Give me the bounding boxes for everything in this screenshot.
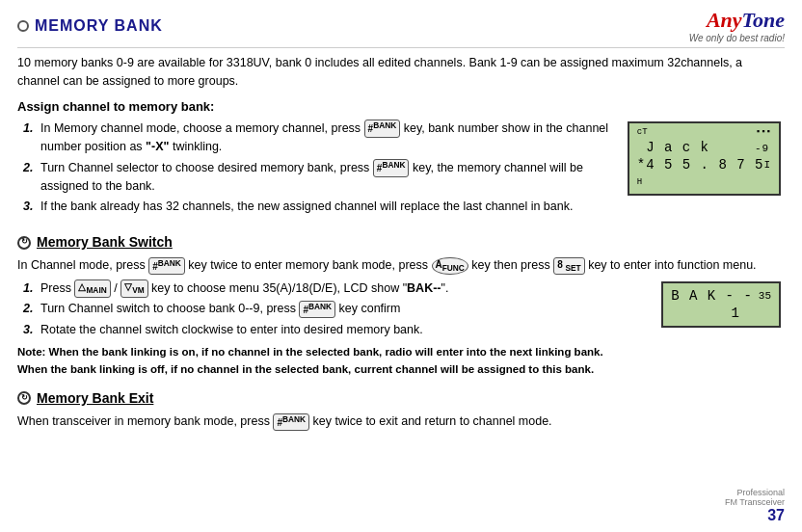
assign-title: Assign channel to memory bank: bbox=[17, 97, 785, 117]
switch-lcd-row2: 1 bbox=[671, 305, 771, 322]
exit-text2: key twice to exit and return to channel … bbox=[313, 414, 552, 428]
assign-text-col: 1. In Memory channel mode, choose a memo… bbox=[17, 120, 620, 219]
lcd-h: H bbox=[637, 177, 642, 187]
logo-tone: Tone bbox=[742, 8, 785, 32]
switch-num-3: 3. bbox=[23, 321, 37, 339]
assign-item-1: 1. In Memory channel mode, choose a memo… bbox=[17, 120, 620, 157]
exit-header: ↻ Memory Bank Exit bbox=[17, 388, 785, 410]
assign-item-3: 3. If the bank already has 32 channels, … bbox=[17, 198, 620, 216]
lcd-freq: 4 5 5 . 8 7 5 bbox=[646, 156, 763, 173]
page-number: 37 bbox=[767, 507, 785, 523]
assign-num-1: 1. bbox=[23, 120, 37, 157]
switch-lcd: B A K - - 35 1 bbox=[661, 281, 781, 328]
switch-note-2: When the bank linking is off, if no chan… bbox=[17, 361, 785, 379]
assign-num-2: 2. bbox=[23, 159, 37, 197]
exit-text: When transceiver in memory bank mode, pr… bbox=[17, 414, 270, 428]
lcd-top-right: ▪▪▪ bbox=[756, 127, 771, 139]
bullet-icon bbox=[17, 20, 29, 32]
exit-section: ↻ Memory Bank Exit When transceiver in m… bbox=[17, 388, 785, 432]
switch-content-with-lcd: 1. Press △MAIN / ▽VM key to choose menu … bbox=[17, 279, 785, 341]
lcd-ct: cT bbox=[637, 127, 648, 139]
switch-lcd-bak: B A K - - bbox=[671, 287, 753, 305]
switch-intro-block: In Channel mode, press #BANK key twice t… bbox=[17, 256, 785, 275]
exit-section-icon: ↻ bbox=[17, 391, 31, 405]
switch-text-1: Press △MAIN / ▽VM key to choose menu 35(… bbox=[40, 279, 654, 298]
switch-item-3: 3. Rotate the channel switch clockwise t… bbox=[17, 321, 654, 339]
brand-label-2: FM Transceiver bbox=[725, 497, 785, 507]
assign-lcd: cT ▪▪▪ J a c k -9 * 4 5 5 . 8 7 5 I H bbox=[628, 121, 781, 196]
assign-text-2: Turn Channel selector to choose desired … bbox=[40, 159, 620, 197]
assign-content-with-lcd: 1. In Memory channel mode, choose a memo… bbox=[17, 120, 785, 219]
switch-title: Memory Bank Switch bbox=[37, 232, 173, 253]
switch-main-key: △MAIN bbox=[74, 279, 110, 298]
bak-label: BAK-- bbox=[407, 281, 441, 295]
bank-key-2: #BANK bbox=[373, 159, 410, 176]
switch-text-col: 1. Press △MAIN / ▽VM key to choose menu … bbox=[17, 279, 654, 341]
assign-x-label: "-X" bbox=[146, 140, 169, 153]
assign-text-3: If the bank already has 32 channels, the… bbox=[40, 198, 620, 216]
switch-set-key: 8 SET bbox=[553, 257, 585, 276]
intro-paragraph: 10 memory banks 0-9 are available for 33… bbox=[17, 54, 785, 92]
assign-item-2: 2. Turn Channel selector to choose desir… bbox=[17, 159, 620, 197]
switch-num-2: 2. bbox=[23, 300, 37, 318]
switch-item-1: 1. Press △MAIN / ▽VM key to choose menu … bbox=[17, 279, 654, 298]
switch-num-1: 1. bbox=[23, 279, 37, 298]
switch-func-key: AFUNC bbox=[432, 257, 468, 276]
switch-header: ↻ Memory Bank Switch bbox=[17, 232, 785, 253]
lcd-row-h: H bbox=[637, 173, 771, 190]
brand-label-1: Professional bbox=[725, 488, 785, 497]
switch-text-3: Rotate the channel switch clockwise to e… bbox=[40, 321, 654, 339]
header-title-area: MEMORY BANK bbox=[17, 17, 163, 35]
switch-bank-key-1: #BANK bbox=[148, 257, 185, 275]
switch-item-2: 2. Turn Channel switch to choose bank 0-… bbox=[17, 300, 654, 318]
page-header: MEMORY BANK AnyTone We only do best radi… bbox=[17, 8, 785, 48]
exit-text-block: When transceiver in memory bank mode, pr… bbox=[17, 412, 785, 431]
logo-tagline: We only do best radio! bbox=[689, 33, 785, 43]
switch-text-2: Turn Channel switch to choose bank 0--9,… bbox=[40, 300, 654, 318]
logo-area: AnyTone We only do best radio! bbox=[689, 8, 785, 43]
switch-vm-key: ▽VM bbox=[120, 279, 148, 298]
logo-any: Any bbox=[707, 8, 742, 32]
assign-num-3: 3. bbox=[23, 198, 37, 216]
exit-title: Memory Bank Exit bbox=[37, 388, 153, 410]
switch-section: ↻ Memory Bank Switch In Channel mode, pr… bbox=[17, 232, 785, 379]
main-content: 10 memory banks 0-9 are available for 33… bbox=[17, 54, 785, 432]
switch-lcd-row1: B A K - - 35 bbox=[671, 287, 771, 305]
switch-note-1: Note: When the bank linking is on, if no… bbox=[17, 344, 785, 361]
lcd-row-freq: * 4 5 5 . 8 7 5 I bbox=[637, 156, 771, 173]
page-number-area: Professional FM Transceiver 37 bbox=[725, 488, 785, 524]
assign-section: Assign channel to memory bank: 1. In Mem… bbox=[17, 97, 785, 219]
lcd-row-jack: J a c k -9 bbox=[637, 139, 771, 156]
lcd-star: * bbox=[637, 156, 646, 173]
exit-bank-key: #BANK bbox=[273, 413, 309, 431]
assign-text-1: In Memory channel mode, choose a memory … bbox=[40, 120, 620, 157]
logo-anytone: AnyTone bbox=[689, 8, 785, 33]
page-container: MEMORY BANK AnyTone We only do best radi… bbox=[0, 0, 802, 532]
bank-key-1: #BANK bbox=[364, 120, 401, 137]
lcd-i: I bbox=[763, 158, 771, 172]
switch-lcd-num: 35 bbox=[759, 289, 771, 303]
page-title: MEMORY BANK bbox=[35, 17, 163, 35]
switch-section-icon: ↻ bbox=[17, 236, 31, 250]
switch-bank-key-2: #BANK bbox=[299, 301, 335, 318]
intro-text: 10 memory banks 0-9 are available for 33… bbox=[17, 56, 742, 88]
lcd-row-1: cT ▪▪▪ bbox=[637, 127, 771, 139]
